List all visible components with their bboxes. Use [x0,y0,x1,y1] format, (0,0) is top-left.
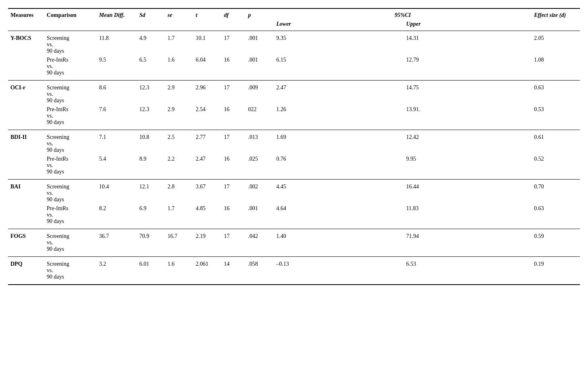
se-cell: 2.8 [165,180,193,205]
comparison-cell: Pre-ImRsvs.90 days [44,204,97,229]
lower-cell: 0.76 [274,155,404,180]
upper-cell: 6.53 [404,257,532,285]
effect-size-cell: 0.53 [532,105,580,130]
lower-cell: 1.69 [274,130,404,155]
comparison-cell: Pre-ImRsvs.90 days [44,155,97,180]
sd-cell: 70.9 [137,229,165,257]
effect-size-cell: 0.63 [532,81,580,105]
upper-cell: 71.94 [404,229,532,257]
df-cell: 17 [222,229,246,257]
col-sd: Sd [137,8,165,20]
subheader-t [193,20,222,31]
upper-cell: 14.75 [404,81,532,105]
mean-diff-cell: 7.1 [97,130,137,155]
lower-cell: 4.64 [274,204,404,229]
t-cell: 2.19 [193,229,222,257]
comparison-cell: Pre-ImRsvs.90 days [44,56,97,81]
subheader-mean-diff [97,20,137,31]
t-cell: 2.96 [193,81,222,105]
subheader-p [246,20,274,31]
se-cell: 2.5 [165,130,193,155]
sd-cell: 12.1 [137,180,165,205]
effect-size-cell: 0.70 [532,180,580,205]
col-df: df [222,8,246,20]
t-cell: 2.47 [193,155,222,180]
sd-cell: 6.5 [137,56,165,81]
p-cell: .025 [246,155,274,180]
comparison-cell: Screeningvs.90 days [44,81,97,105]
df-cell: 17 [222,81,246,105]
effect-size-cell: 0.61 [532,130,580,155]
subheader-sd [137,20,165,31]
p-cell: .001 [246,204,274,229]
p-cell: .058 [246,257,274,285]
measure-label [8,105,44,130]
mean-diff-cell: 3.2 [97,257,137,285]
effect-size-cell: 0.63 [532,204,580,229]
p-cell: .002 [246,180,274,205]
se-cell: 2.9 [165,81,193,105]
measure-label: DPQ [8,257,44,285]
subheader-measures [8,20,44,31]
measure-label [8,155,44,180]
p-cell: .001 [246,56,274,81]
df-cell: 17 [222,31,246,56]
measure-label [8,56,44,81]
sd-cell: 4.9 [137,31,165,56]
sd-cell: 6.9 [137,204,165,229]
lower-cell: 1.40 [274,229,404,257]
measure-label: BAI [8,180,44,205]
effect-size-cell: 2.05 [532,31,580,56]
mean-diff-cell: 9.5 [97,56,137,81]
sd-cell: 6.01 [137,257,165,285]
se-cell: 16.7 [165,229,193,257]
se-cell: 1.7 [165,204,193,229]
comparison-cell: Screeningvs.90 days [44,229,97,257]
measure-label [8,204,44,229]
mean-diff-cell: 8.2 [97,204,137,229]
comparison-cell: Screeningvs.90 days [44,130,97,155]
df-cell: 14 [222,257,246,285]
col-t: t [193,8,222,20]
subheader-effect [532,20,580,31]
t-cell: 10.1 [193,31,222,56]
measure-label: BDI-II [8,130,44,155]
comparison-cell: Screeningvs.90 days [44,31,97,56]
mean-diff-cell: 36.7 [97,229,137,257]
upper-cell: 13.91. [404,105,532,130]
effect-size-cell: 0.19 [532,257,580,285]
t-cell: 6.04 [193,56,222,81]
mean-diff-cell: 8.6 [97,81,137,105]
t-cell: 4.85 [193,204,222,229]
df-cell: 16 [222,105,246,130]
effect-size-cell: 0.59 [532,229,580,257]
col-mean-diff: Mean Diff. [97,8,137,20]
measure-label: OCI-r [8,81,44,105]
t-cell: 3.67 [193,180,222,205]
upper-cell: 14.31 [404,31,532,56]
col-comparison: Comparison [44,8,97,20]
measure-label: Y-BOCS [8,31,44,56]
p-cell: 022 [246,105,274,130]
subheader-comparison [44,20,97,31]
sd-cell: 12.3 [137,105,165,130]
mean-diff-cell: 5.4 [97,155,137,180]
sd-cell: 10.8 [137,130,165,155]
col-measures: Measures [8,8,44,20]
upper-cell: 12.42 [404,130,532,155]
se-cell: 2.9 [165,105,193,130]
upper-cell: 11.83 [404,204,532,229]
lower-cell: 1.26 [274,105,404,130]
df-cell: 17 [222,180,246,205]
data-table: Measures Comparison Mean Diff. Sd se t d… [8,8,580,285]
col-se: se [165,8,193,20]
p-cell: .009 [246,81,274,105]
subheader-lower: Lower [274,20,404,31]
se-cell: 2.2 [165,155,193,180]
comparison-cell: Pre-ImRsvs.90 days [44,105,97,130]
p-cell: .042 [246,229,274,257]
mean-diff-cell: 7.6 [97,105,137,130]
df-cell: 16 [222,155,246,180]
comparison-cell: Screeningvs.90 days [44,257,97,285]
col-p: p [246,8,274,20]
